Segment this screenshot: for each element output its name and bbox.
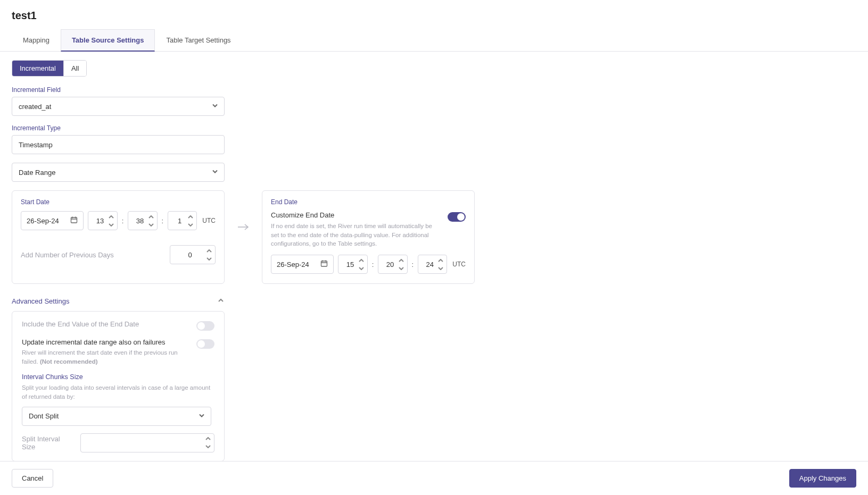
spinner-up-icon[interactable] (186, 213, 195, 221)
svg-rect-5 (321, 261, 327, 266)
advanced-settings-toggle[interactable]: Advanced Settings (12, 297, 225, 306)
end-second-input[interactable]: 24 (418, 255, 447, 274)
start-second-value: 1 (178, 217, 181, 225)
advanced-settings-card: Include the End Value of the End Date Up… (12, 311, 225, 462)
spinner-down-icon[interactable] (357, 264, 366, 272)
tab-table-source-settings[interactable]: Table Source Settings (61, 29, 155, 52)
calendar-icon (70, 216, 78, 225)
incremental-field-select[interactable]: created_at (12, 97, 225, 116)
spinner-up-icon[interactable] (147, 213, 155, 221)
time-separator: : (372, 261, 374, 269)
interval-chunks-select[interactable]: Dont Split (22, 407, 211, 426)
prev-days-value: 0 (188, 251, 192, 259)
end-second-value: 24 (426, 261, 434, 269)
page-title: test1 (0, 0, 868, 29)
interval-chunks-value: Dont Split (29, 412, 59, 420)
footer: Cancel Apply Changes (0, 461, 868, 495)
spinner-down-icon[interactable] (147, 221, 155, 229)
start-minute-input[interactable]: 38 (128, 211, 157, 230)
customize-end-date-label: Customize End Date (271, 211, 441, 219)
spinner-up-icon[interactable] (107, 213, 115, 221)
time-separator: : (412, 261, 414, 269)
prev-days-input[interactable]: 0 (170, 245, 216, 264)
time-separator: : (162, 217, 164, 225)
end-minute-value: 20 (386, 261, 394, 269)
end-date-card: End Date Customize End Date If no end da… (262, 190, 475, 284)
spinner-up-icon[interactable] (357, 256, 366, 264)
end-date-title: End Date (271, 198, 466, 206)
start-date-input[interactable]: 26-Sep-24 (21, 211, 84, 230)
calendar-icon (320, 260, 328, 269)
incremental-field-value: created_at (19, 103, 51, 111)
incremental-field-label: Incremental Field (12, 86, 856, 94)
interval-chunks-desc: Split your loading data into several int… (22, 383, 214, 401)
spinner-up-icon[interactable] (436, 256, 445, 264)
spinner-down-icon[interactable] (204, 443, 212, 451)
tabs-row: Mapping Table Source Settings Table Targ… (0, 29, 868, 52)
cancel-button[interactable]: Cancel (12, 469, 53, 488)
start-tz-label: UTC (202, 217, 216, 224)
incremental-type-label: Incremental Type (12, 124, 856, 132)
tab-mapping[interactable]: Mapping (12, 29, 61, 51)
spinner-down-icon[interactable] (186, 221, 195, 229)
end-tz-label: UTC (452, 261, 466, 268)
spinner-down-icon[interactable] (397, 264, 406, 272)
update-on-failures-toggle[interactable] (196, 339, 214, 349)
tab-table-target-settings[interactable]: Table Target Settings (155, 29, 242, 51)
mode-all-button[interactable]: All (63, 61, 86, 76)
start-date-title: Start Date (21, 198, 216, 206)
start-date-value: 26-Sep-24 (27, 217, 59, 225)
end-hour-value: 15 (346, 261, 354, 269)
spinner-down-icon[interactable] (205, 255, 213, 263)
spinner-down-icon[interactable] (436, 264, 445, 272)
date-range-select[interactable]: Date Range (12, 163, 225, 182)
mode-incremental-button[interactable]: Incremental (12, 61, 63, 76)
svg-rect-0 (71, 217, 77, 223)
end-hour-input[interactable]: 15 (338, 255, 367, 274)
start-second-input[interactable]: 1 (168, 211, 197, 230)
end-minute-input[interactable]: 20 (378, 255, 407, 274)
spinner-down-icon[interactable] (107, 221, 115, 229)
include-end-value-label: Include the End Value of the End Date (22, 320, 139, 328)
customize-end-date-desc: If no end date is set, the River run tim… (271, 222, 441, 248)
start-hour-value: 13 (96, 217, 104, 225)
update-on-failures-label: Update incremental date range also on fa… (22, 338, 166, 346)
interval-chunks-title: Interval Chunks Size (22, 373, 214, 381)
update-on-failures-desc: River will increment the start date even… (22, 348, 181, 366)
split-interval-size-label: Split Interval Size (22, 435, 75, 451)
end-date-input[interactable]: 26-Sep-24 (271, 255, 334, 274)
split-interval-size-input[interactable] (80, 433, 214, 452)
mode-toggle: Incremental All (12, 60, 87, 77)
date-range-value: Date Range (19, 169, 55, 177)
include-end-value-toggle[interactable] (196, 321, 214, 331)
spinner-up-icon[interactable] (205, 247, 213, 255)
incremental-type-field: Timestamp (12, 135, 225, 154)
start-date-card: Start Date 26-Sep-24 13 (12, 190, 225, 284)
customize-end-date-toggle[interactable] (448, 212, 466, 222)
time-separator: : (122, 217, 124, 225)
end-date-value: 26-Sep-24 (277, 261, 309, 269)
arrow-right-icon (237, 190, 249, 284)
apply-changes-button[interactable]: Apply Changes (789, 469, 856, 488)
prev-days-label: Add Number of Previous Days (21, 251, 114, 259)
advanced-settings-title: Advanced Settings (12, 297, 69, 305)
spinner-up-icon[interactable] (204, 435, 212, 443)
incremental-type-value: Timestamp (19, 141, 53, 149)
start-minute-value: 38 (136, 217, 144, 225)
start-hour-input[interactable]: 13 (88, 211, 117, 230)
spinner-up-icon[interactable] (397, 256, 406, 264)
chevron-up-icon (217, 297, 225, 306)
